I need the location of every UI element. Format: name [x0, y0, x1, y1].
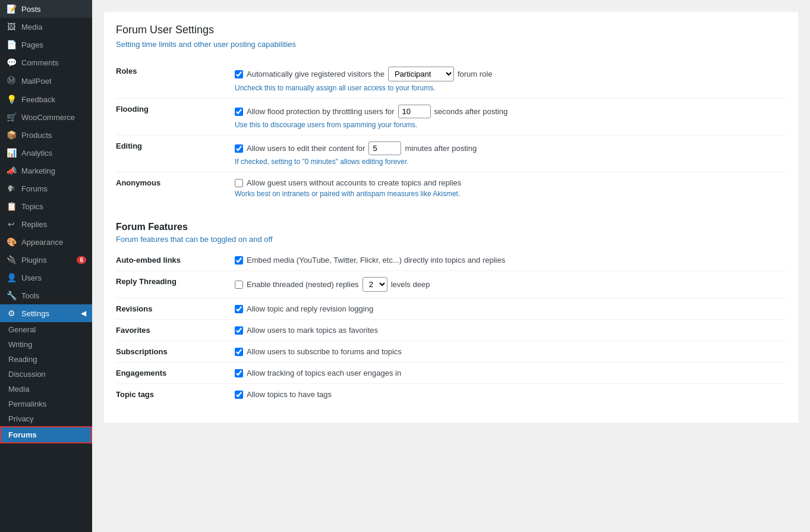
sidebar-item-tools[interactable]: 🔧 Tools	[0, 287, 92, 304]
editing-input[interactable]	[368, 141, 401, 155]
autoembed-row: Auto-embed links Embed media (YouTube, T…	[116, 250, 786, 271]
sidebar-item-appearance[interactable]: 🎨 Appearance	[0, 233, 92, 251]
replythreading-label: Reply Threading	[116, 271, 235, 298]
engagements-text: Allow tracking of topics each user engag…	[247, 369, 401, 377]
favorites-row: Favorites Allow users to mark topics as …	[116, 320, 786, 341]
settings-icon: ⚙	[6, 309, 17, 318]
roles-dropdown[interactable]: Participant Subscriber Contributor Autho…	[388, 67, 454, 81]
sidebar-item-topics[interactable]: 📋 Topics	[0, 197, 92, 215]
revisions-label: Revisions	[116, 298, 235, 320]
sidebar-item-feedback[interactable]: 💡 Feedback	[0, 90, 92, 108]
sidebar-item-media[interactable]: 🖼 Media	[0, 18, 92, 36]
sidebar-item-label: Pages	[21, 40, 43, 49]
anonymous-hint: Works best on intranets or paired with a…	[235, 190, 786, 198]
subscriptions-value: Allow users to subscribe to forums and t…	[235, 341, 786, 363]
sidebar-item-replies[interactable]: ↩ Replies	[0, 215, 92, 233]
flooding-text2: seconds after posting	[434, 107, 508, 116]
replythreading-dropdown[interactable]: 1 2 3 4 5	[363, 277, 387, 292]
autoembed-value: Embed media (YouTube, Twitter, Flickr, e…	[235, 250, 786, 271]
sidebar-item-label: Forums	[21, 184, 48, 193]
user-settings-table: Roles Automatically give registered visi…	[116, 61, 786, 204]
pages-icon: 📄	[6, 40, 17, 49]
sidebar-item-label: Plugins	[21, 256, 47, 265]
subscriptions-text: Allow users to subscribe to forums and t…	[247, 347, 402, 356]
submenu-forums[interactable]: Forums	[0, 426, 92, 443]
topictags-text: Allow topics to have tags	[247, 390, 332, 399]
sidebar-item-users[interactable]: 👤 Users	[0, 269, 92, 287]
topictags-checkbox-label: Allow topics to have tags	[235, 390, 786, 399]
roles-row-flex: Automatically give registered visitors t…	[235, 67, 786, 81]
revisions-checkbox[interactable]	[235, 305, 243, 313]
flooding-checkbox[interactable]	[235, 108, 243, 116]
subscriptions-checkbox[interactable]	[235, 348, 243, 356]
tools-icon: 🔧	[6, 291, 17, 300]
sidebar-item-mailpoet[interactable]: Ⓜ MailPoet	[0, 71, 92, 90]
page-title: Forum User Settings	[116, 24, 786, 36]
topics-icon: 📋	[6, 202, 17, 211]
autoembed-checkbox[interactable]	[235, 256, 243, 265]
sidebar: 📝 Posts 🖼 Media 📄 Pages 💬 Comments Ⓜ Mai…	[0, 0, 92, 532]
replythreading-text2: levels deep	[391, 280, 430, 289]
submenu-reading[interactable]: Reading	[0, 352, 92, 367]
roles-text1: Automatically give registered visitors t…	[247, 70, 384, 78]
sidebar-item-analytics[interactable]: 📊 Analytics	[0, 144, 92, 162]
comments-icon: 💬	[6, 58, 17, 67]
flooding-row: Flooding Allow flood protection by throt…	[116, 99, 786, 136]
revisions-checkbox-label: Allow topic and reply revision logging	[235, 304, 786, 313]
engagements-checkbox[interactable]	[235, 369, 243, 377]
sidebar-item-settings[interactable]: ⚙ Settings ◀	[0, 304, 92, 322]
roles-text2: forum role	[458, 70, 493, 78]
page-subtitle: Setting time limits and other user posti…	[116, 40, 786, 49]
appearance-icon: 🎨	[6, 237, 17, 247]
favorites-label: Favorites	[116, 320, 235, 341]
favorites-value: Allow users to mark topics as favorites	[235, 320, 786, 341]
autoembed-text: Embed media (YouTube, Twitter, Flickr, e…	[247, 256, 505, 265]
submenu-media[interactable]: Media	[0, 382, 92, 396]
sidebar-item-plugins[interactable]: 🔌 Plugins 6	[0, 251, 92, 269]
sidebar-item-products[interactable]: 📦 Products	[0, 126, 92, 144]
feedback-icon: 💡	[6, 95, 17, 104]
settings-arrow: ◀	[81, 309, 86, 317]
sidebar-item-pages[interactable]: 📄 Pages	[0, 36, 92, 53]
favorites-checkbox[interactable]	[235, 326, 243, 335]
sidebar-item-label: Analytics	[21, 149, 52, 158]
sidebar-item-label: Marketing	[21, 166, 55, 175]
sidebar-item-posts[interactable]: 📝 Posts	[0, 0, 92, 18]
sidebar-item-woocommerce[interactable]: 🛒 WooCommerce	[0, 108, 92, 126]
roles-checkbox[interactable]	[235, 70, 243, 78]
submenu-privacy[interactable]: Privacy	[0, 411, 92, 426]
submenu-permalinks[interactable]: Permalinks	[0, 396, 92, 411]
favorites-text: Allow users to mark topics as favorites	[247, 326, 378, 335]
sidebar-item-forums[interactable]: 🗣 Forums	[0, 180, 92, 197]
marketing-icon: 📣	[6, 166, 17, 175]
submenu-general[interactable]: General	[0, 322, 92, 337]
settings-submenu: General Writing Reading Discussion Media…	[0, 322, 92, 443]
replythreading-checkbox[interactable]	[235, 281, 243, 289]
roles-hint: Uncheck this to manually assign all user…	[235, 84, 786, 92]
engagements-value: Allow tracking of topics each user engag…	[235, 363, 786, 384]
settings-panel: Forum User Settings Setting time limits …	[104, 12, 798, 423]
forums-icon: 🗣	[6, 184, 17, 193]
sidebar-item-label: Topics	[21, 202, 43, 211]
sidebar-item-marketing[interactable]: 📣 Marketing	[0, 162, 92, 180]
media-icon: 🖼	[6, 22, 17, 32]
revisions-value: Allow topic and reply revision logging	[235, 298, 786, 320]
anonymous-checkbox[interactable]	[235, 179, 243, 187]
users-icon: 👤	[6, 273, 17, 282]
flooding-text1: Allow flood protection by throttling use…	[247, 107, 395, 116]
features-subtitle: Forum features that can be toggled on an…	[116, 235, 786, 244]
flooding-input[interactable]	[398, 105, 431, 118]
posts-icon: 📝	[6, 4, 17, 14]
editing-checkbox[interactable]	[235, 144, 243, 153]
editing-row-flex: Allow users to edit their content for mi…	[235, 141, 786, 155]
topictags-checkbox[interactable]	[235, 391, 243, 399]
submenu-discussion[interactable]: Discussion	[0, 367, 92, 382]
editing-text1: Allow users to edit their content for	[247, 144, 365, 153]
anonymous-value: Allow guest users without accounts to cr…	[235, 172, 786, 204]
sidebar-item-comments[interactable]: 💬 Comments	[0, 53, 92, 71]
sidebar-item-label: Products	[21, 131, 52, 140]
revisions-text: Allow topic and reply revision logging	[247, 304, 373, 313]
subscriptions-label: Subscriptions	[116, 341, 235, 363]
favorites-checkbox-label: Allow users to mark topics as favorites	[235, 326, 786, 335]
submenu-writing[interactable]: Writing	[0, 337, 92, 352]
